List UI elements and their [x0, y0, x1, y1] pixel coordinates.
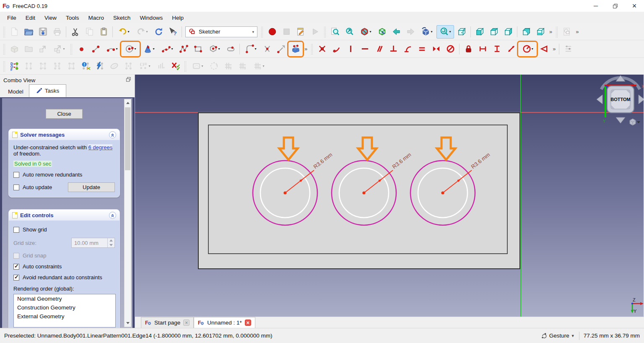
restore-icon[interactable]: [605, 0, 625, 12]
external-geometry-button[interactable]: [289, 42, 302, 56]
bottom-view-button[interactable]: [534, 25, 547, 39]
auto-remove-redundants-checkbox[interactable]: [13, 172, 19, 178]
toolbar-overflow-chevron[interactable]: »: [304, 46, 307, 52]
macro-record-button[interactable]: [265, 25, 279, 39]
constrain-angle-button[interactable]: [537, 42, 551, 56]
tab-model[interactable]: Model: [3, 86, 29, 97]
top-view-button[interactable]: [487, 25, 501, 39]
cut-button[interactable]: [68, 25, 82, 39]
tasks-scrollbar[interactable]: [124, 99, 131, 327]
menu-sketch[interactable]: Sketch: [109, 13, 135, 23]
close-icon[interactable]: ×: [625, 0, 644, 12]
toolbar-drag-handle[interactable]: [324, 26, 326, 37]
toolbar-overflow-chevron[interactable]: »: [549, 29, 552, 35]
constrain-equal-button[interactable]: [415, 42, 428, 56]
create-slot-button[interactable]: [224, 42, 237, 56]
open-file-button[interactable]: [22, 25, 35, 39]
create-fillet-button[interactable]: ▾: [242, 42, 260, 56]
tab-tasks[interactable]: Tasks: [29, 84, 67, 97]
chevron-down-icon[interactable]: ▾: [148, 64, 150, 68]
menu-view[interactable]: View: [40, 13, 61, 23]
tab-unnamed-document[interactable]: F Unnamed : 1* ×: [194, 317, 255, 328]
chevron-down-icon[interactable]: ▾: [218, 47, 220, 51]
scroll-up-icon[interactable]: [125, 99, 131, 107]
constrain-perpendicular-button[interactable]: [387, 42, 400, 56]
chevron-down-icon[interactable]: ▾: [254, 47, 256, 51]
create-point-button[interactable]: [75, 42, 88, 56]
refresh-button[interactable]: [152, 25, 165, 39]
rear-view-button[interactable]: [519, 25, 533, 39]
constrain-tangent-button[interactable]: [401, 42, 414, 56]
constrain-lock-button[interactable]: [462, 42, 475, 56]
toolbar-overflow-chevron[interactable]: »: [553, 46, 556, 52]
close-tab-icon[interactable]: ×: [245, 320, 251, 326]
toolbar-drag-handle[interactable]: [3, 44, 5, 55]
dof-link[interactable]: 6 degrees: [88, 144, 112, 151]
constrain-point-on-object-button[interactable]: [330, 42, 343, 56]
whats-this-button[interactable]: ?: [166, 25, 179, 39]
menu-file[interactable]: File: [3, 13, 21, 23]
minimize-icon[interactable]: ─: [586, 0, 605, 12]
chevron-down-icon[interactable]: ▾: [153, 47, 154, 51]
tab-start-page[interactable]: F Start page ×: [141, 317, 194, 328]
rendering-order-item[interactable]: External Geometry: [14, 312, 115, 321]
navigation-style-selector[interactable]: Gesture ▼: [541, 333, 575, 339]
dock-float-icon[interactable]: [126, 77, 131, 83]
constrain-vertical-distance-button[interactable]: [490, 42, 504, 56]
select-partially-redundant-button[interactable]: !: [79, 60, 92, 73]
rendering-order-item[interactable]: Normal Geometry: [14, 294, 115, 303]
menu-macro[interactable]: Macro: [84, 13, 109, 23]
create-bspline-button[interactable]: ▾: [158, 42, 176, 56]
fit-all-button[interactable]: [328, 25, 342, 39]
toolbar-drag-handle[interactable]: [261, 26, 263, 37]
undo-button[interactable]: ▾: [115, 25, 132, 39]
constrain-distance-button[interactable]: [504, 42, 518, 56]
chevron-down-icon[interactable]: ▾: [449, 30, 451, 34]
menu-help[interactable]: Help: [167, 13, 188, 23]
chevron-down-icon[interactable]: ▾: [63, 47, 65, 51]
toolbar-overflow-chevron[interactable]: »: [576, 29, 579, 35]
trim-edge-button[interactable]: [260, 42, 274, 56]
create-rectangle-button[interactable]: [191, 42, 205, 56]
auto-constraints-checkbox[interactable]: [13, 264, 19, 270]
close-task-button[interactable]: Close: [46, 109, 83, 119]
chevron-down-icon[interactable]: ▾: [201, 64, 203, 68]
create-conic-button[interactable]: ▾: [140, 42, 158, 56]
constrain-radius-button[interactable]: ▾: [519, 42, 536, 56]
show-grid-checkbox[interactable]: [13, 227, 19, 233]
toolbar-drag-handle[interactable]: [3, 26, 5, 37]
collapse-icon[interactable]: [109, 212, 116, 219]
update-button[interactable]: Update: [68, 182, 115, 192]
viewport-3d[interactable]: R3.6 mm R3.6 mm R3.6 mm: [135, 75, 644, 317]
constrain-horizontal-distance-button[interactable]: [476, 42, 489, 56]
fit-selection-button[interactable]: [343, 25, 356, 39]
select-unconstrained-dof-button[interactable]: DOF: [8, 60, 21, 73]
constrain-symmetric-button[interactable]: [429, 42, 443, 56]
toolbar-drag-handle[interactable]: [184, 61, 187, 72]
toolbar-drag-handle[interactable]: [70, 44, 73, 55]
constrain-coincident-button[interactable]: [315, 42, 329, 56]
close-tab-icon[interactable]: ×: [183, 320, 190, 326]
workbench-selector[interactable]: Sketcher▾: [185, 26, 257, 37]
isometric-view-button[interactable]: ▾: [418, 25, 436, 39]
nav-cube-label[interactable]: BOTTOM: [610, 97, 630, 102]
chevron-down-icon[interactable]: ▾: [146, 30, 148, 34]
box-zoom-button[interactable]: [375, 25, 389, 39]
constrain-vertical-button[interactable]: [344, 42, 357, 56]
chevron-down-icon[interactable]: ▾: [369, 30, 371, 34]
toolbar-drag-handle[interactable]: [3, 61, 5, 72]
create-line-button[interactable]: [89, 42, 102, 56]
create-polygon-button[interactable]: ▾: [205, 42, 223, 56]
toolbar-drag-handle[interactable]: [311, 44, 313, 55]
scrollbar-thumb[interactable]: [125, 107, 130, 170]
save-file-button[interactable]: [36, 25, 49, 39]
rendering-order-item[interactable]: Construction Geometry: [14, 303, 115, 312]
collapse-icon[interactable]: [109, 131, 116, 138]
constrain-block-button[interactable]: [444, 42, 457, 56]
chevron-down-icon[interactable]: ▾: [431, 30, 432, 34]
chevron-down-icon[interactable]: ▾: [134, 47, 136, 51]
scroll-down-icon[interactable]: [125, 320, 131, 327]
paste-button[interactable]: [97, 25, 110, 39]
clipping-plane-button[interactable]: ▾: [357, 25, 374, 39]
nav-back-button[interactable]: [390, 25, 403, 39]
